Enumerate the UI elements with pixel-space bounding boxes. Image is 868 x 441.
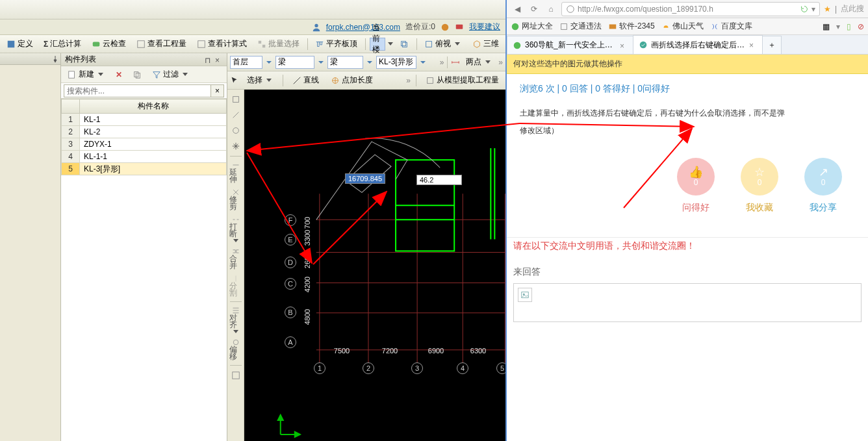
two-point-button[interactable]: 两点 — [462, 55, 496, 70]
reload-button[interactable]: ⟳ — [528, 3, 541, 16]
vtool-btn[interactable] — [229, 92, 243, 107]
favorite-button[interactable]: ☆0 我收藏 — [741, 158, 778, 214]
svg-point-39 — [512, 23, 519, 30]
tab-close-icon[interactable]: × — [749, 41, 757, 49]
drawing-viewport[interactable]: F E D C B A 700 3300 2600 4200 4800 1 2 … — [244, 90, 505, 441]
svg-rect-4 — [93, 42, 100, 46]
search-hint[interactable]: 点此搜 — [841, 3, 864, 14]
chevron-icon[interactable]: » — [498, 58, 503, 67]
feedback-icon — [455, 23, 464, 32]
top-view-button[interactable]: 俯视 — [420, 36, 466, 52]
merge-button[interactable]: 合并 — [229, 246, 243, 271]
category1-combo[interactable]: 梁 — [275, 56, 314, 69]
dimension-text: 6300 — [470, 347, 486, 355]
3d-view-button[interactable]: 三维 — [468, 36, 503, 51]
floor-combo[interactable]: 首层 — [230, 56, 262, 69]
bookmark-item[interactable]: 网址大全 — [511, 21, 553, 32]
trim-button[interactable]: 修剪 — [229, 186, 243, 212]
dimension-text: 4800 — [303, 309, 311, 325]
addr-dropdown-icon[interactable]: ▾ — [811, 5, 815, 14]
svg-point-1 — [442, 23, 449, 31]
break-button[interactable]: 打断 — [229, 214, 243, 244]
ext-dropdown-icon[interactable]: ▾ — [836, 22, 840, 31]
address-bar[interactable]: http://e.fwxgx.com/question_1899170.h ▾ — [561, 2, 820, 16]
star-icon[interactable]: ★ — [824, 5, 831, 14]
pan-button[interactable] — [229, 139, 243, 153]
reply-editor[interactable] — [513, 283, 862, 322]
tab-label: 360导航_新一代安全上网导航 — [525, 40, 617, 51]
tab[interactable]: 360导航_新一代安全上网导航 × — [507, 36, 633, 54]
ext-icon[interactable]: ⊘ — [858, 22, 864, 31]
svg-rect-8 — [262, 44, 265, 47]
tab[interactable]: 画折线选择后右键确定后，再右键 × — [633, 35, 763, 54]
table-row[interactable]: 1KL-1 — [62, 114, 227, 126]
ext-icon[interactable]: ▯ — [847, 22, 851, 31]
back-button[interactable]: ◀ — [511, 3, 524, 16]
refresh-icon[interactable] — [800, 5, 809, 14]
component-panel: 构件列表 ⊓ × 新建 ✕ 过滤 × 构件名称 1KL-1 2 — [61, 53, 227, 441]
floor-copy-button[interactable] — [396, 38, 413, 51]
insert-image-button[interactable] — [518, 288, 532, 302]
good-question-button[interactable]: 👍0 问得好 — [677, 158, 715, 214]
grid-header-name[interactable]: 构件名称 — [80, 99, 227, 114]
define-button[interactable]: 定义 — [3, 36, 37, 51]
table-row[interactable]: 2KL-2 — [62, 126, 227, 138]
tab-close-icon[interactable]: × — [620, 42, 628, 49]
select-button[interactable]: 选择 — [243, 73, 277, 88]
search-input[interactable] — [64, 84, 211, 97]
dropdown-icon[interactable] — [264, 57, 274, 68]
pin-icon[interactable] — [52, 56, 58, 62]
line-button[interactable]: 直线 — [288, 73, 323, 88]
filter-button[interactable]: 过滤 — [148, 67, 194, 82]
bookmark-item[interactable]: 交通违法 — [559, 21, 602, 32]
align-button[interactable]: 对齐 — [229, 305, 243, 335]
cloud-check-button[interactable]: 云检查 — [88, 36, 130, 51]
sum-calc-button[interactable]: Σ汇总计算 — [40, 36, 85, 51]
svg-rect-9 — [401, 41, 405, 45]
chevron-icon[interactable]: » — [406, 76, 411, 85]
vtool-btn[interactable] — [229, 368, 243, 383]
category2-combo[interactable]: 梁 — [327, 56, 363, 69]
split-button[interactable]: 分割 — [229, 273, 243, 299]
extract-qty-button[interactable]: 从模型提取工程量 — [422, 73, 503, 88]
ext-icon[interactable]: ▦ — [823, 22, 830, 31]
dimension-text: 7200 — [382, 347, 398, 355]
new-component-button[interactable]: 新建 — [64, 67, 109, 82]
batch-select-button[interactable]: 批量选择 — [253, 36, 303, 51]
vtool-btn[interactable] — [229, 123, 243, 138]
dropdown-icon[interactable] — [316, 57, 326, 68]
home-button[interactable]: ⌂ — [544, 3, 557, 16]
panel-pin-icon[interactable]: ⊓ — [205, 56, 212, 64]
bookmark-item[interactable]: 佛山天气 — [661, 21, 704, 32]
chevron-icon[interactable]: » — [440, 58, 444, 67]
table-row[interactable]: 4KL-1-1 — [62, 151, 227, 163]
current-floor-combo[interactable]: 当前楼层 — [370, 38, 385, 51]
view-qty-button[interactable]: 查看工程量 — [133, 36, 190, 51]
floor-dropdown-icon[interactable] — [388, 38, 393, 50]
svg-rect-2 — [456, 24, 463, 29]
copy-component-button[interactable] — [129, 68, 146, 81]
dropdown-icon[interactable] — [365, 57, 374, 68]
axis-bubble: F — [285, 214, 296, 226]
panel-close-icon[interactable]: × — [215, 56, 223, 64]
search-clear-button[interactable]: × — [211, 84, 224, 97]
point-length-button[interactable]: 点加长度 — [327, 73, 377, 88]
view-formula-button[interactable]: 查看计算式 — [193, 36, 251, 51]
dropdown-icon[interactable] — [418, 57, 428, 68]
align-top-button[interactable]: 平齐板顶 — [311, 36, 361, 51]
share-button[interactable]: ↗0 我分享 — [804, 158, 842, 214]
bookmark-item[interactable]: 软件-2345 — [608, 21, 655, 32]
table-row[interactable]: 3ZDYX-1 — [62, 138, 227, 151]
offset-button[interactable]: 偏移 — [229, 336, 243, 362]
reply-header: 来回答 — [507, 261, 868, 283]
extend-button[interactable]: 延伸 — [229, 159, 243, 185]
feedback-link[interactable]: 我要建议 — [469, 21, 500, 32]
table-row[interactable]: 5KL-3[异形] — [62, 163, 227, 175]
member-combo[interactable]: KL-3[异形 — [376, 56, 416, 69]
new-tab-button[interactable]: ＋ — [762, 36, 782, 54]
delete-component-button[interactable]: ✕ — [112, 68, 126, 81]
axis-bubble: 5 — [496, 362, 505, 374]
vtool-btn[interactable] — [229, 108, 243, 122]
user-email-link[interactable]: forpk.chen@163.com — [326, 23, 400, 32]
bookmark-item[interactable]: 百度文库 — [710, 21, 752, 32]
